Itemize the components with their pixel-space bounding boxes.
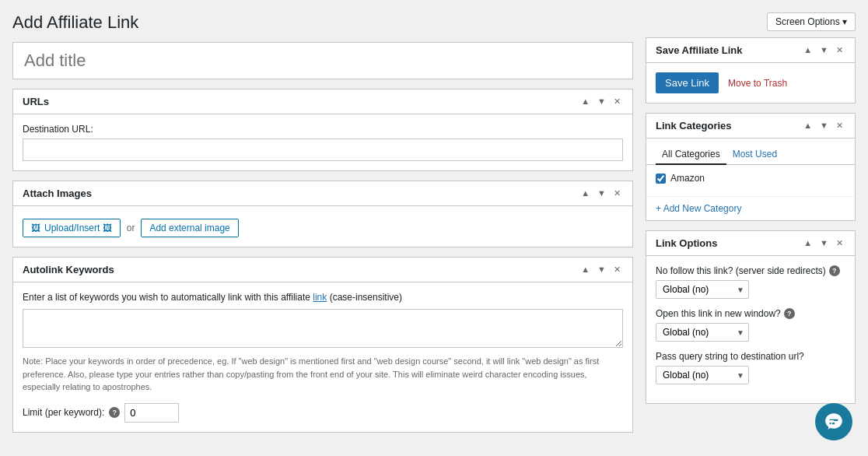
query-string-label: Pass query string to destination url? [656,351,845,362]
categories-down-btn[interactable]: ▼ [817,120,831,132]
move-to-trash-link[interactable]: Move to Trash [728,78,787,89]
link-options-panel: Link Options ▲ ▼ ✕ No follow this link? … [646,230,856,404]
nofollow-select[interactable]: Global (no) Yes No [656,280,749,299]
save-panel-header: Save Affiliate Link ▲ ▼ ✕ [646,38,855,63]
attach-images-metabox-title: Attach Images [23,188,92,199]
attach-images-metabox: Attach Images ▲ ▼ ✕ 🖼 Upload/Insert 🖼 or… [12,181,633,247]
categories-up-btn[interactable]: ▲ [801,120,814,132]
attach-images-collapse-down-btn[interactable]: ▼ [595,188,608,199]
attach-images-metabox-header[interactable]: Attach Images ▲ ▼ ✕ [13,181,632,206]
upload-insert-button[interactable]: 🖼 Upload/Insert 🖼 [23,219,121,237]
destination-url-input[interactable] [23,139,623,161]
autolink-description: Enter a list of keywords you wish to aut… [23,292,623,303]
urls-metabox: URLs ▲ ▼ ✕ Destination URL: [12,89,633,171]
query-string-option-row: Pass query string to destination url? Gl… [656,351,845,384]
autolink-note: Note: Place your keywords in order of pr… [23,355,623,394]
nofollow-help-icon[interactable]: ? [829,265,840,276]
query-string-select-wrap: Global (no) Yes No ▼ [656,366,749,384]
urls-close-btn[interactable]: ✕ [611,96,623,107]
limit-label: Limit (per keyword): [23,407,104,418]
link-options-title: Link Options [656,237,717,249]
attach-images-collapse-up-btn[interactable]: ▲ [579,188,592,199]
attach-images-metabox-body: 🖼 Upload/Insert 🖼 or Add external image [13,206,632,247]
tawk-chat-button[interactable]: T [815,403,852,440]
link-options-up-btn[interactable]: ▲ [801,237,814,249]
new-window-select[interactable]: Global (no) Yes No [656,323,749,342]
link-options-down-btn[interactable]: ▼ [817,237,831,249]
categories-tabs: All Categories Most Used [646,139,855,165]
autolink-metabox-header[interactable]: Autolink Keywords ▲ ▼ ✕ [13,258,632,282]
autolink-collapse-up-btn[interactable]: ▲ [579,264,592,275]
new-window-label: Open this link in new window? ? [656,308,845,319]
attach-images-metabox-controls: ▲ ▼ ✕ [579,188,623,199]
post-title-input[interactable] [12,42,633,79]
link-options-body: No follow this link? (server side redire… [646,256,855,403]
attach-images-close-btn[interactable]: ✕ [611,188,623,199]
autolink-metabox-title: Autolink Keywords [23,264,114,275]
save-panel-down-btn[interactable]: ▼ [817,44,831,56]
screen-options-bar: Screen Options ▾ [646,12,856,31]
add-external-image-label: Add external image [149,223,229,233]
limit-help-icon[interactable]: ? [109,407,120,418]
autolink-collapse-down-btn[interactable]: ▼ [595,264,608,275]
urls-metabox-body: Destination URL: [13,114,632,170]
save-panel-up-btn[interactable]: ▲ [801,44,814,56]
query-string-select[interactable]: Global (no) Yes No [656,366,749,384]
save-link-button[interactable]: Save Link [656,72,719,93]
category-item-amazon: Amazon [656,173,845,184]
urls-collapse-up-btn[interactable]: ▲ [579,96,592,107]
nofollow-option-row: No follow this link? (server side redire… [656,265,845,299]
categories-panel-controls: ▲ ▼ ✕ [801,120,845,132]
autolink-link[interactable]: link [313,292,327,303]
screen-options-button[interactable]: Screen Options ▾ [767,12,856,31]
urls-metabox-controls: ▲ ▼ ✕ [579,96,623,107]
save-affiliate-panel: Save Affiliate Link ▲ ▼ ✕ Save Link Move… [646,37,856,103]
destination-url-label: Destination URL: [23,124,623,135]
category-checkbox-amazon[interactable] [656,174,666,184]
categories-list: Amazon [646,165,855,196]
autolink-metabox-controls: ▲ ▼ ✕ [579,264,623,275]
autolink-close-btn[interactable]: ✕ [611,264,623,275]
autolink-metabox: Autolink Keywords ▲ ▼ ✕ Enter a list of … [12,257,633,433]
urls-collapse-down-btn[interactable]: ▼ [595,96,608,107]
upload-insert-label: Upload/Insert 🖼 [44,223,112,233]
urls-metabox-header[interactable]: URLs ▲ ▼ ✕ [13,89,632,114]
autolink-metabox-body: Enter a list of keywords you wish to aut… [13,282,632,432]
new-window-select-wrap: Global (no) Yes No ▼ [656,323,749,342]
page-title: Add Affiliate Link [12,12,633,33]
new-window-option-row: Open this link in new window? ? Global (… [656,308,845,342]
or-separator: or [127,223,135,233]
image-icon: 🖼 [31,223,40,233]
categories-close-btn[interactable]: ✕ [834,120,845,132]
link-options-controls: ▲ ▼ ✕ [801,237,845,249]
link-categories-panel: Link Categories ▲ ▼ ✕ All Categories Mos… [646,113,856,221]
link-categories-title: Link Categories [656,120,732,132]
tab-all-categories[interactable]: All Categories [656,145,726,165]
tab-most-used[interactable]: Most Used [726,145,783,165]
save-panel-close-btn[interactable]: ✕ [834,44,845,56]
nofollow-select-wrap: Global (no) Yes No ▼ [656,280,749,299]
limit-row: Limit (per keyword): ? [23,403,623,423]
new-window-help-icon[interactable]: ? [784,308,795,319]
link-options-close-btn[interactable]: ✕ [834,237,845,249]
tawk-chat-icon: T [824,412,844,432]
save-panel-body: Save Link Move to Trash [646,63,855,103]
add-new-category-link[interactable]: + Add New Category [646,196,855,220]
save-panel-title: Save Affiliate Link [656,44,743,56]
attach-images-button-group: 🖼 Upload/Insert 🖼 or Add external image [23,219,623,237]
svg-text:T: T [830,419,835,426]
urls-metabox-title: URLs [23,96,49,107]
category-label-amazon: Amazon [670,173,705,184]
link-options-header: Link Options ▲ ▼ ✕ [646,231,855,256]
save-panel-controls: ▲ ▼ ✕ [801,44,845,56]
nofollow-label: No follow this link? (server side redire… [656,265,845,276]
add-external-image-button[interactable]: Add external image [141,219,238,237]
autolink-keywords-input[interactable] [23,309,623,348]
limit-input[interactable] [124,403,179,423]
